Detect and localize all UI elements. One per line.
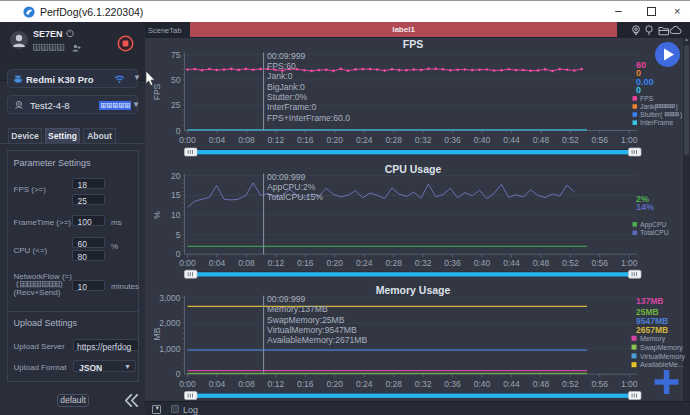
- svg-text:MB: MB: [152, 327, 162, 340]
- svg-text:0:44: 0:44: [503, 258, 520, 268]
- svg-text:0:40: 0:40: [474, 379, 491, 389]
- svg-text:0:48: 0:48: [533, 258, 550, 268]
- svg-text:2657MB: 2657MB: [636, 325, 668, 335]
- svg-text:): ): [676, 103, 678, 111]
- svg-text:TotalCPU: TotalCPU: [640, 229, 669, 236]
- svg-text:FPS: FPS: [640, 95, 654, 102]
- svg-text:1:00: 1:00: [621, 379, 638, 389]
- svg-text:0:32: 0:32: [415, 379, 432, 389]
- svg-text:0:00: 0:00: [179, 135, 196, 145]
- svg-text:0:56: 0:56: [592, 258, 609, 268]
- svg-text:FPS: FPS: [403, 38, 423, 50]
- svg-text:0:36: 0:36: [444, 258, 461, 268]
- svg-text:14%: 14%: [636, 202, 654, 212]
- svg-text:): ): [680, 111, 682, 119]
- svg-text:1,000: 1,000: [159, 344, 181, 354]
- svg-text:0:04: 0:04: [209, 379, 226, 389]
- svg-text:0:44: 0:44: [503, 379, 520, 389]
- svg-text:0:52: 0:52: [562, 135, 579, 145]
- svg-text:0:28: 0:28: [385, 379, 402, 389]
- svg-text:20: 20: [171, 171, 181, 181]
- svg-text:FPS+InterFrame:60.0: FPS+InterFrame:60.0: [267, 113, 350, 123]
- svg-text:0:20: 0:20: [326, 379, 343, 389]
- svg-text:137MB: 137MB: [636, 296, 663, 306]
- svg-text:AppCPU:2%: AppCPU:2%: [267, 182, 316, 192]
- svg-text:0:52: 0:52: [562, 379, 579, 389]
- svg-text:0:12: 0:12: [268, 379, 285, 389]
- svg-text:0:48: 0:48: [533, 135, 550, 145]
- svg-text:0:28: 0:28: [385, 258, 402, 268]
- svg-text:75: 75: [171, 50, 181, 60]
- svg-text:InterFrame: InterFrame: [640, 119, 673, 126]
- svg-text:0:52: 0:52: [562, 258, 579, 268]
- svg-text:0:56: 0:56: [592, 379, 609, 389]
- svg-text:0:36: 0:36: [444, 379, 461, 389]
- svg-text:FPS:60: FPS:60: [267, 61, 296, 71]
- svg-text:Stutter(: Stutter(: [640, 111, 663, 119]
- svg-text:0:00: 0:00: [179, 379, 196, 389]
- svg-text:0:16: 0:16: [297, 379, 314, 389]
- svg-text:0:36: 0:36: [444, 135, 461, 145]
- svg-text:0:12: 0:12: [268, 258, 285, 268]
- svg-text:0:00: 0:00: [179, 258, 196, 268]
- svg-text:0:24: 0:24: [356, 258, 373, 268]
- svg-text:VirtualMemory: VirtualMemory: [640, 353, 685, 361]
- svg-text:0:20: 0:20: [326, 258, 343, 268]
- svg-text:0:48: 0:48: [533, 379, 550, 389]
- svg-text:0:08: 0:08: [238, 135, 255, 145]
- svg-text:00:09:999: 00:09:999: [267, 294, 305, 304]
- svg-text:0:08: 0:08: [238, 258, 255, 268]
- svg-text:CPU Usage: CPU Usage: [385, 163, 442, 175]
- svg-text:%: %: [152, 211, 162, 219]
- svg-text:0:28: 0:28: [385, 135, 402, 145]
- svg-text:AvailableMemory:2671MB: AvailableMemory:2671MB: [267, 335, 367, 345]
- svg-text:AppCPU: AppCPU: [640, 221, 667, 229]
- svg-text:0:08: 0:08: [238, 379, 255, 389]
- svg-text:0:32: 0:32: [415, 258, 432, 268]
- svg-text:Memory:137MB: Memory:137MB: [267, 304, 328, 314]
- svg-text:1:00: 1:00: [621, 135, 638, 145]
- svg-text:3,000: 3,000: [159, 293, 181, 303]
- svg-text:0:16: 0:16: [297, 135, 314, 145]
- svg-text:0:12: 0:12: [268, 135, 285, 145]
- svg-text:Memory: Memory: [640, 335, 666, 343]
- svg-text:Memory Usage: Memory Usage: [376, 284, 451, 296]
- svg-text:SwapMemory: SwapMemory: [640, 344, 683, 352]
- svg-text:15: 15: [171, 190, 181, 200]
- svg-text:0:16: 0:16: [297, 258, 314, 268]
- svg-text:0:04: 0:04: [209, 135, 226, 145]
- svg-text:2,000: 2,000: [159, 318, 181, 328]
- svg-text:0:24: 0:24: [356, 379, 373, 389]
- svg-text:SwapMemory:25MB: SwapMemory:25MB: [267, 315, 345, 325]
- svg-text:00:09:999: 00:09:999: [267, 172, 305, 182]
- svg-text:25: 25: [171, 100, 181, 110]
- svg-text:BigJank:0: BigJank:0: [267, 82, 305, 92]
- svg-text:0: 0: [636, 85, 641, 95]
- svg-text:0:44: 0:44: [503, 135, 520, 145]
- svg-text:Jank:0: Jank:0: [267, 71, 293, 81]
- svg-text:0:56: 0:56: [592, 135, 609, 145]
- svg-text:Stutter:0%: Stutter:0%: [267, 92, 307, 102]
- svg-text:TotalCPU:15%: TotalCPU:15%: [267, 192, 323, 202]
- svg-text:0:24: 0:24: [356, 135, 373, 145]
- svg-text:InterFrame:0: InterFrame:0: [267, 102, 316, 112]
- svg-text:0:40: 0:40: [474, 258, 491, 268]
- svg-text:VirtualMemory:9547MB: VirtualMemory:9547MB: [267, 325, 357, 335]
- svg-text:0:32: 0:32: [415, 135, 432, 145]
- svg-text:00:09:999: 00:09:999: [267, 51, 305, 61]
- svg-text:5: 5: [176, 230, 181, 240]
- svg-text:50: 50: [171, 75, 181, 85]
- svg-text:0:20: 0:20: [326, 135, 343, 145]
- svg-text:AvailableMe...: AvailableMe...: [640, 361, 684, 368]
- svg-text:1:00: 1:00: [621, 258, 638, 268]
- svg-text:0:40: 0:40: [474, 135, 491, 145]
- svg-text:0:04: 0:04: [209, 258, 226, 268]
- svg-text:10: 10: [171, 210, 181, 220]
- svg-text:Jank(: Jank(: [640, 103, 657, 111]
